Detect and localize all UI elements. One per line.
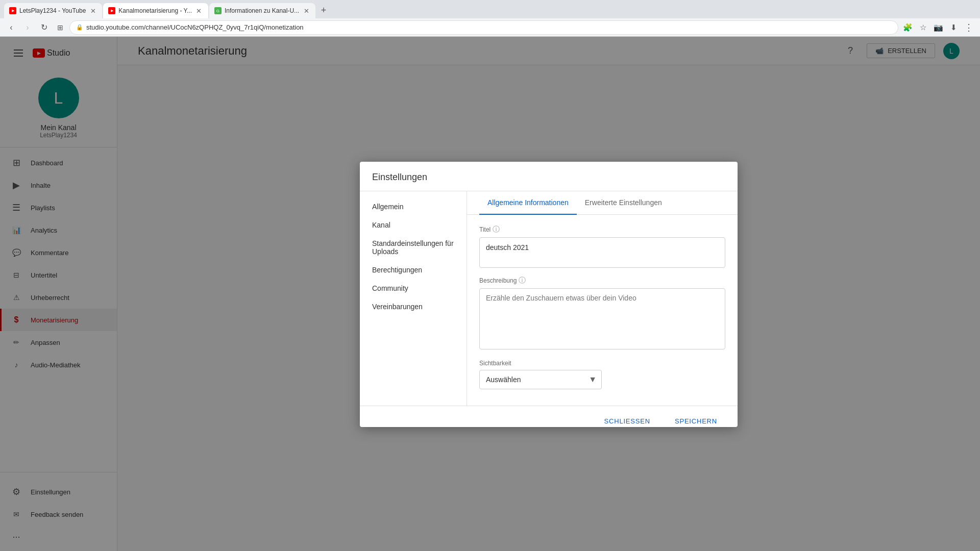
title-help-icon[interactable]: ⓘ [493,225,500,234]
visibility-field: Sichtbarkeit Auswählen Öffentlich Nicht … [479,360,725,389]
tab-2[interactable]: ▶ Kanalmonetarisierung - Y... ✕ [103,3,208,18]
visibility-label: Sichtbarkeit [479,360,725,367]
description-field: Beschreibung ⓘ [479,276,725,352]
modal-nav-kanal[interactable]: Kanal [360,216,467,234]
reload-button[interactable]: ↻ [37,20,51,35]
new-tab-button[interactable]: + [316,3,331,17]
tab-3[interactable]: G Informationen zu Kanal-U... ✕ [209,3,315,18]
tab-2-favicon: ▶ [108,7,115,14]
modal-nav-community[interactable]: Community [360,279,467,297]
modal-nav-berechtigungen[interactable]: Berechtigungen [360,261,467,279]
tab-2-close[interactable]: ✕ [195,7,203,15]
lock-icon: 🔒 [76,24,83,31]
home-button[interactable]: ⊞ [53,20,67,35]
modal-content-area: Allgemeine Informationen Erweiterte Eins… [467,191,738,406]
settings-modal: Einstellungen Allgemein Kanal Standardei… [360,162,738,427]
browser-toolbar: ‹ › ↻ ⊞ 🔒 studio.youtube.com/channel/UCo… [0,18,980,37]
tab-erweiterte[interactable]: Erweiterte Einstellungen [577,191,670,215]
visibility-select[interactable]: Auswählen Öffentlich Nicht gelistet Priv… [479,370,602,389]
forward-button[interactable]: › [20,20,35,35]
modal-form: Titel ⓘ deutsch 2021 Beschreibun [467,215,738,406]
modal-nav-allgemein[interactable]: Allgemein [360,197,467,216]
modal-footer: SCHLIESSEN SPEICHERN [360,406,738,427]
browser-chrome: ▶ LetsPlay1234 - YouTube ✕ ▶ Kanalmoneta… [0,0,980,37]
modal-nav-vereinbarungen[interactable]: Vereinbarungen [360,297,467,316]
title-field: Titel ⓘ deutsch 2021 [479,225,725,268]
browser-toolbar-icons: 🧩 ☆ 📷 ⬇ ⋮ [900,20,976,35]
back-button[interactable]: ‹ [4,20,18,35]
tab-3-title: Informationen zu Kanal-U... [225,7,299,14]
tab-allgemeine-info[interactable]: Allgemeine Informationen [479,191,577,215]
download-icon[interactable]: ⬇ [946,20,961,35]
tab-2-title: Kanalmonetarisierung - Y... [118,7,192,14]
description-label: Beschreibung ⓘ [479,276,725,285]
tab-3-favicon: G [214,7,222,14]
main-content: Kanalmonetarisierung ? 📹 ERSTELLEN L ✅ W… [117,37,980,551]
tab-1-close[interactable]: ✕ [89,7,97,15]
title-input[interactable]: deutsch 2021 [479,237,725,268]
save-button[interactable]: SPEICHERN [667,413,725,427]
modal-body: Allgemein Kanal Standardeinstellungen fü… [360,191,738,406]
extensions-icon[interactable]: 🧩 [900,20,915,35]
modal-tabs: Allgemeine Informationen Erweiterte Eins… [467,191,738,215]
title-label: Titel ⓘ [479,225,725,234]
description-input[interactable] [479,288,725,349]
menu-icon[interactable]: ⋮ [962,20,976,35]
star-icon[interactable]: ☆ [916,20,930,35]
tab-1[interactable]: ▶ LetsPlay1234 - YouTube ✕ [4,3,102,18]
close-button[interactable]: SCHLIESSEN [596,413,658,427]
modal-overlay: Einstellungen Allgemein Kanal Standardei… [0,37,980,551]
address-bar[interactable]: 🔒 studio.youtube.com/channel/UCocN6zQPHQ… [69,20,898,35]
title-value: deutsch 2021 [486,243,529,252]
tab-3-close[interactable]: ✕ [302,7,310,15]
modal-sidebar: Allgemein Kanal Standardeinstellungen fü… [360,191,467,406]
modal-nav-uploads[interactable]: Standardeinstellungen für Uploads [360,234,467,261]
camera-icon[interactable]: 📷 [931,20,945,35]
visibility-select-wrapper: Auswählen Öffentlich Nicht gelistet Priv… [479,370,602,389]
modal-header: Einstellungen [360,162,738,191]
tab-1-title: LetsPlay1234 - YouTube [19,7,86,14]
modal-title: Einstellungen [372,172,427,182]
address-text: studio.youtube.com/channel/UCocN6zQPHQZ_… [86,23,304,31]
browser-tabs-bar: ▶ LetsPlay1234 - YouTube ✕ ▶ Kanalmoneta… [0,0,980,18]
tab-1-favicon: ▶ [9,7,16,14]
description-help-icon[interactable]: ⓘ [519,276,526,285]
